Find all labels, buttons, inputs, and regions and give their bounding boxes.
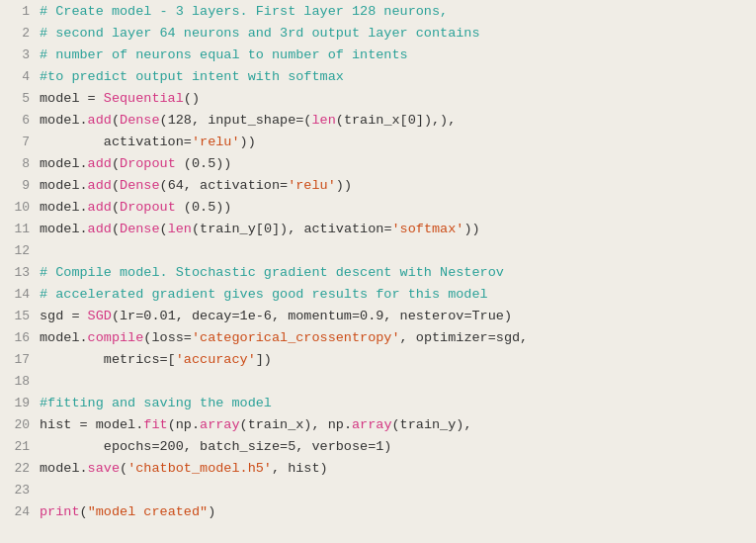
line-number: 20 bbox=[8, 417, 30, 432]
line-number: 12 bbox=[8, 243, 30, 258]
token-comment: # Compile model. Stochastic gradient des… bbox=[40, 265, 504, 280]
line-number: 2 bbox=[8, 26, 30, 41]
code-line: 16model.compile(loss='categorical_crosse… bbox=[0, 330, 756, 352]
line-number: 18 bbox=[8, 374, 30, 389]
token-plain: model bbox=[40, 91, 88, 106]
token-magenta: compile bbox=[88, 330, 144, 345]
line-number: 6 bbox=[8, 113, 30, 128]
token-plain: (0.5)) bbox=[176, 156, 232, 171]
line-content: # accelerated gradient gives good result… bbox=[40, 287, 748, 302]
code-line: 22model.save('chatbot_model.h5', hist) bbox=[0, 461, 756, 483]
line-content: print("model created") bbox=[40, 504, 748, 519]
token-plain: (lr=0.01, decay=1e-6, momentum=0.9, nest… bbox=[112, 309, 512, 323]
line-content: # second layer 64 neurons and 3rd output… bbox=[40, 26, 748, 41]
token-plain: ( bbox=[112, 200, 120, 215]
token-plain: , hist) bbox=[272, 461, 328, 476]
token-string: 'relu' bbox=[192, 135, 240, 149]
code-line: 6model.add(Dense(128, input_shape=(len(t… bbox=[0, 113, 756, 135]
line-content bbox=[40, 243, 748, 258]
line-number: 15 bbox=[8, 309, 30, 323]
line-number: 4 bbox=[8, 69, 30, 84]
token-plain: (np. bbox=[168, 417, 200, 432]
token-magenta: add bbox=[88, 113, 112, 128]
token-plain: , optimizer=sgd, bbox=[400, 330, 529, 345]
code-line: 15sgd = SGD(lr=0.01, decay=1e-6, momentu… bbox=[0, 309, 756, 330]
line-number: 3 bbox=[8, 47, 30, 62]
token-plain: hist bbox=[40, 417, 80, 432]
line-number: 16 bbox=[8, 330, 30, 345]
token-plain: model. bbox=[40, 178, 88, 193]
token-magenta: array bbox=[200, 417, 240, 432]
code-line: 21 epochs=200, batch_size=5, verbose=1) bbox=[0, 439, 756, 461]
code-line: 7 activation='relu')) bbox=[0, 135, 756, 156]
line-number: 23 bbox=[8, 483, 30, 498]
line-content: model.compile(loss='categorical_crossent… bbox=[40, 330, 748, 345]
line-content: model.add(Dropout (0.5)) bbox=[40, 156, 748, 171]
line-number: 13 bbox=[8, 265, 30, 280]
line-content: sgd = SGD(lr=0.01, decay=1e-6, momentum=… bbox=[40, 309, 748, 323]
token-comment: #to predict output intent with softmax bbox=[40, 69, 344, 84]
token-plain: model. bbox=[40, 200, 88, 215]
token-string: 'accuracy' bbox=[176, 352, 256, 367]
line-content: # Compile model. Stochastic gradient des… bbox=[40, 265, 748, 280]
token-magenta: add bbox=[88, 222, 112, 236]
token-magenta: Dense bbox=[120, 113, 160, 128]
token-plain: ( bbox=[120, 461, 127, 476]
token-comment: # number of neurons equal to number of i… bbox=[40, 47, 408, 62]
token-magenta: add bbox=[88, 200, 112, 215]
line-content: model.add(Dense(len(train_y[0]), activat… bbox=[40, 222, 748, 236]
token-magenta: fit bbox=[143, 417, 167, 432]
token-plain: (train_y), bbox=[392, 417, 472, 432]
token-plain: ]) bbox=[256, 352, 272, 367]
token-comment: #fitting and saving the model bbox=[40, 396, 272, 410]
token-magenta: add bbox=[88, 178, 112, 193]
code-line: 9model.add(Dense(64, activation='relu')) bbox=[0, 178, 756, 200]
token-plain: ( bbox=[112, 178, 120, 193]
token-magenta: add bbox=[88, 156, 112, 171]
line-content: model = Sequential() bbox=[40, 91, 748, 106]
token-plain: model. bbox=[40, 156, 88, 171]
token-plain: )) bbox=[336, 178, 352, 193]
token-plain: ( bbox=[80, 504, 88, 519]
code-line: 20hist = model.fit(np.array(train_x), np… bbox=[0, 417, 756, 439]
token-comment: # second layer 64 neurons and 3rd output… bbox=[40, 26, 480, 41]
token-magenta: Dense bbox=[120, 222, 160, 236]
line-content: epochs=200, batch_size=5, verbose=1) bbox=[40, 439, 748, 454]
token-plain: activation= bbox=[40, 135, 192, 149]
line-content: # Create model - 3 layers. First layer 1… bbox=[40, 4, 748, 19]
token-plain: )) bbox=[240, 135, 256, 149]
token-plain: )) bbox=[463, 222, 479, 236]
code-line: 8model.add(Dropout (0.5)) bbox=[0, 156, 756, 178]
line-number: 8 bbox=[8, 156, 30, 171]
line-content: hist = model.fit(np.array(train_x), np.a… bbox=[40, 417, 748, 432]
token-magenta: len bbox=[311, 113, 335, 128]
line-number: 7 bbox=[8, 135, 30, 149]
token-plain: = bbox=[71, 309, 87, 323]
code-line: 19#fitting and saving the model bbox=[0, 396, 756, 417]
line-number: 1 bbox=[8, 4, 30, 19]
token-plain: model. bbox=[40, 330, 88, 345]
line-number: 24 bbox=[8, 504, 30, 519]
token-magenta: array bbox=[352, 417, 392, 432]
line-number: 10 bbox=[8, 200, 30, 215]
code-line: 3# number of neurons equal to number of … bbox=[0, 47, 756, 69]
token-comment: # Create model - 3 layers. First layer 1… bbox=[40, 4, 448, 19]
token-plain: model. bbox=[40, 461, 88, 476]
token-plain: epochs=200, batch_size=5, verbose=1) bbox=[40, 439, 391, 454]
token-plain: sgd bbox=[40, 309, 71, 323]
code-line: 14# accelerated gradient gives good resu… bbox=[0, 287, 756, 309]
code-line: 5model = Sequential() bbox=[0, 91, 756, 113]
line-number: 5 bbox=[8, 91, 30, 106]
token-string: "model created" bbox=[88, 504, 209, 519]
token-plain: (64, activation= bbox=[160, 178, 289, 193]
token-plain: (train_x[0]),), bbox=[336, 113, 457, 128]
token-string: 'chatbot_model.h5' bbox=[127, 461, 272, 476]
line-content: model.add(Dense(64, activation='relu')) bbox=[40, 178, 748, 193]
token-magenta: len bbox=[168, 222, 192, 236]
token-plain: ( bbox=[112, 113, 120, 128]
line-content: model.save('chatbot_model.h5', hist) bbox=[40, 461, 748, 476]
code-line: 17 metrics=['accuracy']) bbox=[0, 352, 756, 374]
token-plain: ( bbox=[160, 222, 168, 236]
token-plain: (0.5)) bbox=[176, 200, 232, 215]
token-string: 'categorical_crossentropy' bbox=[192, 330, 400, 345]
